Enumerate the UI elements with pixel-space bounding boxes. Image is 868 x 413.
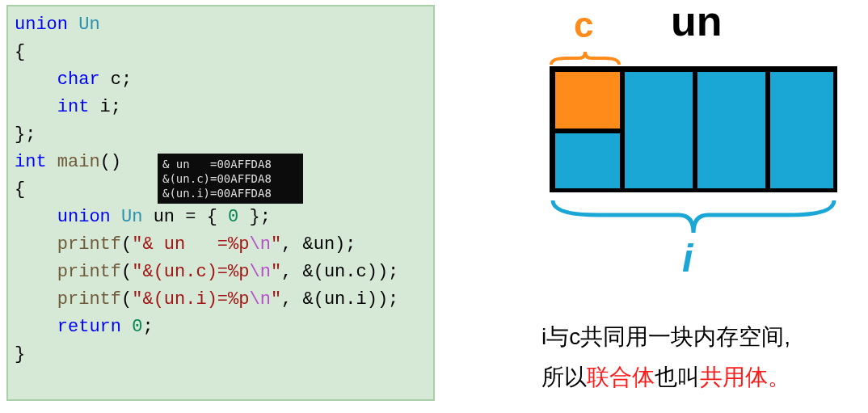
- byte-1: [622, 70, 695, 191]
- semi: ;: [142, 317, 153, 337]
- kw-union: union: [15, 15, 68, 35]
- p3-open: (: [121, 289, 132, 310]
- brace-i-icon: [550, 197, 837, 238]
- func-printf2: printf: [57, 262, 121, 282]
- kw-char: char: [57, 70, 100, 90]
- brace-close-semi: };: [15, 124, 36, 145]
- func-main: main: [57, 152, 100, 172]
- console-output: & un =00AFFDA8 &(un.c)=00AFFDA8 &(un.i)=…: [158, 154, 303, 204]
- p2-open: (: [121, 262, 132, 282]
- out-line1: & un =00AFFDA8: [162, 158, 272, 171]
- caption-text: i与c共同用一块内存空间, 所以联合体也叫共用体。: [541, 317, 790, 398]
- kw-return: return: [57, 317, 121, 337]
- str3a: "&(un.i)=%p: [132, 289, 249, 310]
- decl-c: c;: [100, 70, 133, 90]
- caption-part2d: 共用体。: [700, 365, 790, 390]
- label-un: un: [671, 0, 723, 45]
- type-un: Un: [78, 15, 99, 35]
- memory-box: [550, 66, 837, 192]
- out-line3: &(un.i)=00AFFDA8: [162, 187, 272, 200]
- kw-int: int: [57, 97, 90, 117]
- brace-c-icon: [550, 48, 621, 66]
- esc1: \n: [249, 234, 270, 255]
- parens: (): [100, 152, 121, 172]
- p3-rest: , &(un.i));: [281, 289, 398, 310]
- str1a: "& un =%p: [132, 234, 249, 255]
- caption-line1: i与c共同用一块内存空间,: [541, 324, 790, 349]
- num-zero: 0: [228, 207, 238, 227]
- kw-union2: union: [57, 207, 111, 227]
- func-printf3: printf: [57, 289, 121, 310]
- p1-open: (: [121, 234, 132, 255]
- str2b: ": [271, 262, 281, 282]
- caption-part2b: 联合体: [587, 365, 655, 390]
- p2-rest: , &(un.c));: [281, 262, 398, 282]
- brace-open2: {: [15, 179, 25, 200]
- type-un2: Un: [121, 207, 142, 227]
- func-printf1: printf: [57, 234, 121, 255]
- byte-0-lower: [553, 131, 622, 191]
- byte-2: [695, 70, 768, 191]
- byte-c-overlay: [553, 70, 622, 131]
- esc3: \n: [249, 289, 270, 310]
- decl-i: i;: [89, 97, 121, 117]
- label-c: c: [574, 5, 593, 45]
- p1-rest: , &un);: [281, 234, 356, 255]
- brace-open: {: [15, 42, 25, 62]
- num-zero2: 0: [132, 317, 142, 337]
- brace-close2: }: [15, 344, 25, 365]
- str1b: ": [271, 234, 281, 255]
- decl-un-end: };: [238, 207, 271, 227]
- memory-diagram: un c i i与c共同用一块内存空间, 所以联合体也叫共用体。: [501, 0, 868, 413]
- kw-int2: int: [15, 152, 47, 172]
- caption-part2a: 所以: [541, 365, 587, 390]
- esc2: \n: [249, 262, 270, 282]
- byte-3: [768, 70, 836, 191]
- out-line2: &(un.c)=00AFFDA8: [162, 172, 272, 185]
- str3b: ": [271, 289, 281, 310]
- str2a: "&(un.c)=%p: [132, 262, 249, 282]
- caption-part2c: 也叫: [655, 365, 700, 390]
- decl-un: un = {: [142, 207, 228, 227]
- label-i: i: [682, 236, 693, 280]
